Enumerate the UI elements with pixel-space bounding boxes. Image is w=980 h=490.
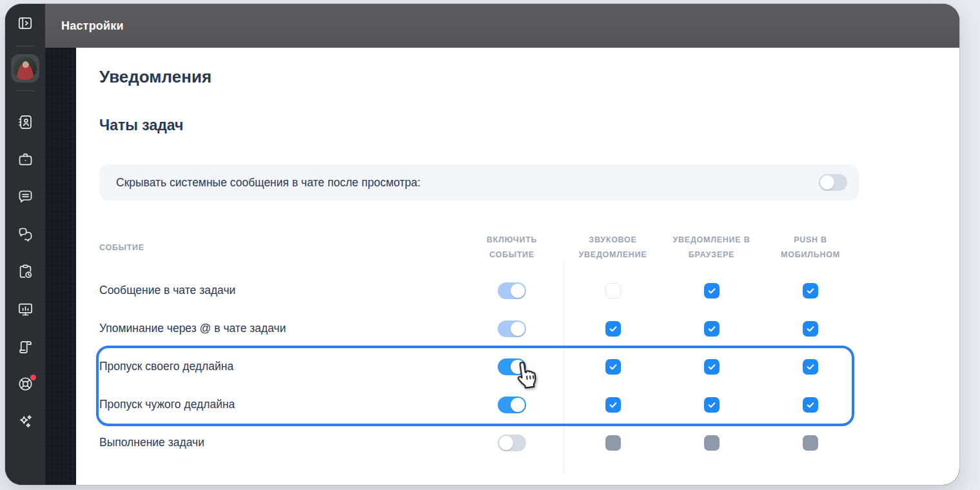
scroll-icon <box>17 338 34 358</box>
sidebar-item-contacts[interactable] <box>16 114 34 132</box>
sidebar-divider <box>15 90 35 91</box>
checkbox[interactable] <box>704 321 720 337</box>
sidebar-item-dashboard[interactable] <box>16 301 34 319</box>
event-toggle[interactable] <box>498 397 526 413</box>
checkbox[interactable] <box>704 397 720 413</box>
table-row: Пропуск своего дедлайна <box>99 348 860 386</box>
checkbox[interactable] <box>605 397 621 413</box>
event-label: Пропуск своего дедлайна <box>99 360 460 373</box>
sidebar <box>5 4 45 485</box>
checkbox[interactable] <box>605 321 621 337</box>
events-table: Сообщение в чате задачиУпоминание через … <box>99 271 860 462</box>
sidebar-divider <box>15 46 35 46</box>
column-header: УВЕДОМЛЕНИЕ В БРАУЗЕРЕ <box>662 233 761 262</box>
hide-system-messages-setting: Скрывать системные сообщения в чате посл… <box>99 164 859 201</box>
settings-panel: Уведомления Чаты задач Скрывать системны… <box>76 48 959 485</box>
event-toggle[interactable] <box>498 320 526 337</box>
sparkles-icon <box>17 413 34 433</box>
clipboard-clock-icon <box>17 263 34 283</box>
user-avatar-button[interactable] <box>11 54 39 83</box>
sidebar-item-task-chat[interactable] <box>16 189 34 207</box>
hide-system-messages-label: Скрывать системные сообщения в чате посл… <box>116 176 420 190</box>
checkbox[interactable] <box>803 321 818 337</box>
sidebar-toggle-button[interactable] <box>12 11 39 38</box>
sidebar-expand-icon <box>17 15 34 34</box>
checkbox[interactable] <box>704 435 720 451</box>
checkbox[interactable] <box>704 283 720 299</box>
briefcase-icon <box>17 151 34 171</box>
event-toggle[interactable] <box>498 282 526 299</box>
main-area: Настройки Уведомления Чаты задач Скрыват… <box>45 4 959 485</box>
table-row: Выполнение задачи <box>99 424 860 462</box>
checkbox[interactable] <box>605 435 621 451</box>
event-label: Сообщение в чате задачи <box>99 284 460 297</box>
sidebar-item-chats[interactable] <box>16 226 34 244</box>
chat-message-icon <box>17 188 34 208</box>
sidebar-item-ai[interactable] <box>16 413 34 431</box>
monitor-chart-icon <box>17 300 34 320</box>
event-label: Выполнение задачи <box>99 436 460 449</box>
event-label: Пропуск чужого дедлайна <box>99 398 460 411</box>
sidebar-item-docs[interactable] <box>16 338 34 357</box>
column-header: ВКЛЮЧИТЬ СОБЫТИЕ <box>460 233 564 262</box>
contacts-icon <box>17 113 34 133</box>
settings-window: Настройки Уведомления Чаты задач Скрыват… <box>5 4 959 485</box>
table-row: Пропуск чужого дедлайна <box>99 386 860 424</box>
table-header-row: СОБЫТИЕВКЛЮЧИТЬ СОБЫТИЕЗВУКОВОЕ УВЕДОМЛЕ… <box>99 233 860 262</box>
checkbox[interactable] <box>803 359 818 375</box>
section-title: Чаты задач <box>99 117 959 134</box>
checkbox[interactable] <box>803 435 818 451</box>
app-background-strip <box>45 48 76 485</box>
event-toggle[interactable] <box>498 358 526 375</box>
avatar <box>14 57 37 80</box>
column-header: ЗВУКОВОЕ УВЕДОМЛЕНИЕ <box>564 233 662 262</box>
checkbox[interactable] <box>605 283 621 299</box>
page-header-title: Настройки <box>61 19 124 33</box>
notification-dot <box>30 375 36 380</box>
event-label: Упоминание через @ в чате задачи <box>99 322 460 335</box>
sidebar-item-projects[interactable] <box>16 152 34 170</box>
chats-icon <box>17 226 34 246</box>
column-header: PUSH В МОБИЛЬНОМ <box>761 233 860 262</box>
checkbox[interactable] <box>803 397 818 413</box>
table-row: Упоминание через @ в чате задачи <box>99 309 860 348</box>
sidebar-item-support[interactable] <box>16 376 34 394</box>
table-row: Сообщение в чате задачи <box>99 271 860 309</box>
topbar: Настройки <box>45 4 959 48</box>
checkbox[interactable] <box>704 359 720 375</box>
column-header: СОБЫТИЕ <box>99 240 460 255</box>
page-title: Уведомления <box>99 67 959 87</box>
event-toggle[interactable] <box>498 435 526 451</box>
hide-system-messages-toggle[interactable] <box>819 174 847 191</box>
checkbox[interactable] <box>803 283 818 299</box>
sidebar-item-board-clock[interactable] <box>16 264 34 282</box>
checkbox[interactable] <box>605 359 621 375</box>
